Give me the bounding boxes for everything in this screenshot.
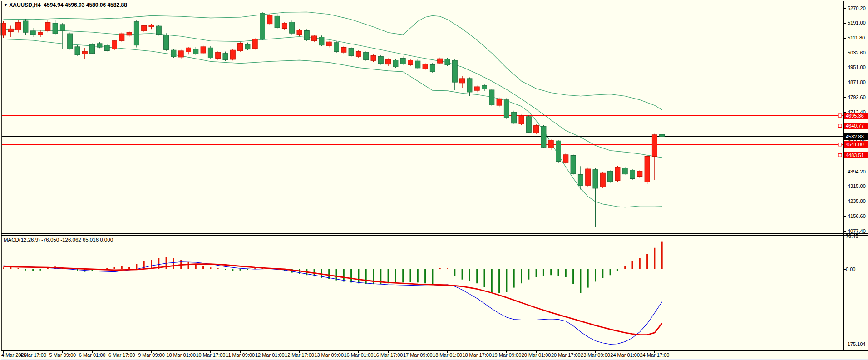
price-axis-label: 4951.00: [848, 64, 868, 70]
candle-body: [82, 51, 87, 54]
candle-body: [90, 44, 95, 54]
price-axis-label: 5032.60: [848, 50, 868, 56]
candle-body: [223, 54, 228, 60]
candle-body: [556, 141, 561, 161]
candle-body: [23, 21, 28, 32]
bollinger-upper-band: [4, 12, 662, 110]
candle-body: [164, 35, 169, 50]
bollinger-middle-band: [4, 29, 662, 158]
candle-body: [504, 100, 509, 118]
candle-body: [267, 15, 272, 24]
candle-body: [519, 116, 524, 124]
candle-body: [134, 22, 139, 45]
candle-body: [60, 25, 65, 31]
price-level-badge: 4695.36: [844, 113, 868, 119]
candle-body: [578, 174, 583, 186]
candle-body: [356, 52, 361, 57]
candle-body: [586, 169, 591, 185]
candle-body: [208, 48, 213, 58]
candle-body: [16, 22, 21, 30]
candle-body: [645, 157, 650, 182]
candle-body: [252, 39, 257, 49]
candle-body: [30, 31, 35, 35]
candle-body: [526, 117, 531, 133]
level-marker-square: [838, 153, 842, 157]
title-bar: ▼ XAUUSD,H4 4594.94 4596.03 4580.06 4582…: [4, 2, 127, 8]
candle-body: [341, 48, 346, 53]
price-axis-label: 5111.80: [848, 35, 868, 41]
candle-body: [282, 23, 287, 29]
candle-body: [548, 140, 553, 148]
level-marker-square: [838, 143, 842, 146]
macd-axis-label: -175.104: [846, 341, 868, 347]
price-level-badge: 4640.77: [844, 123, 868, 129]
candle-body: [104, 45, 109, 51]
candle-body: [482, 85, 487, 89]
candle-body: [438, 59, 443, 63]
candle-body: [571, 156, 576, 174]
candle-body: [193, 49, 198, 54]
chart-canvas[interactable]: [0, 0, 868, 360]
level-marker-square: [838, 114, 842, 117]
candle-body: [378, 56, 383, 64]
macd-axis-label: 76.45: [846, 233, 868, 239]
candle-body: [156, 26, 161, 34]
candle-body: [319, 37, 324, 45]
price-level-badge: 4483.51: [844, 152, 868, 158]
candle-body: [245, 44, 250, 49]
candle-body: [534, 126, 539, 133]
candle-body: [142, 25, 147, 31]
candle-body: [275, 16, 280, 28]
candle-body: [38, 32, 43, 35]
price-axis-label: 4235.80: [848, 198, 868, 204]
candle-body: [312, 36, 317, 41]
candle-body: [497, 99, 502, 105]
price-axis-label: 4156.60: [848, 213, 868, 219]
candle-body: [68, 34, 73, 49]
candle-body: [260, 13, 265, 39]
candle-body: [349, 48, 354, 56]
candle-body: [127, 32, 132, 35]
candle-body: [637, 171, 642, 177]
candle-body: [297, 30, 302, 35]
candle-body: [45, 22, 50, 31]
candle-body: [400, 58, 405, 64]
candle-body: [652, 135, 657, 157]
candle-body: [541, 126, 546, 147]
candle-body: [97, 44, 102, 47]
candle-body: [119, 34, 124, 41]
candle-body: [615, 167, 620, 181]
candle-body: [304, 31, 309, 40]
macd-signal-line: [4, 264, 662, 335]
level-marker-square: [838, 124, 842, 128]
candle-body: [423, 64, 428, 69]
dropdown-arrow-icon[interactable]: ▼: [4, 3, 8, 7]
candle-body: [326, 42, 331, 46]
candle-body: [608, 171, 613, 182]
candle-body: [460, 79, 465, 83]
macd-axis-label: 0.00: [846, 266, 868, 272]
candle-body: [8, 29, 13, 31]
candle-body: [452, 60, 457, 82]
candle-body: [364, 52, 369, 60]
candle-body: [593, 170, 598, 188]
candle-body: [474, 87, 479, 90]
price-axis-label: 4792.60: [848, 94, 868, 100]
candle-body: [334, 43, 339, 52]
candle-body: [430, 64, 435, 72]
macd-line: [4, 262, 662, 345]
candle-body: [216, 52, 221, 58]
candle-body: [563, 155, 568, 163]
price-axis-label: 4871.80: [848, 79, 868, 85]
candle-body: [600, 173, 605, 187]
current-price-badge: 4582.88: [844, 133, 868, 140]
candle-body: [53, 23, 58, 34]
candle-body: [408, 60, 413, 65]
candle-body: [371, 56, 376, 61]
candle-body: [201, 47, 206, 53]
candle-body: [171, 50, 176, 57]
symbol-period-label: XAUUSD,H4: [9, 2, 40, 8]
candle-body: [178, 51, 183, 57]
price-level-badge: 4541.00: [844, 141, 868, 148]
price-axis-label: 5270.20: [848, 5, 868, 11]
